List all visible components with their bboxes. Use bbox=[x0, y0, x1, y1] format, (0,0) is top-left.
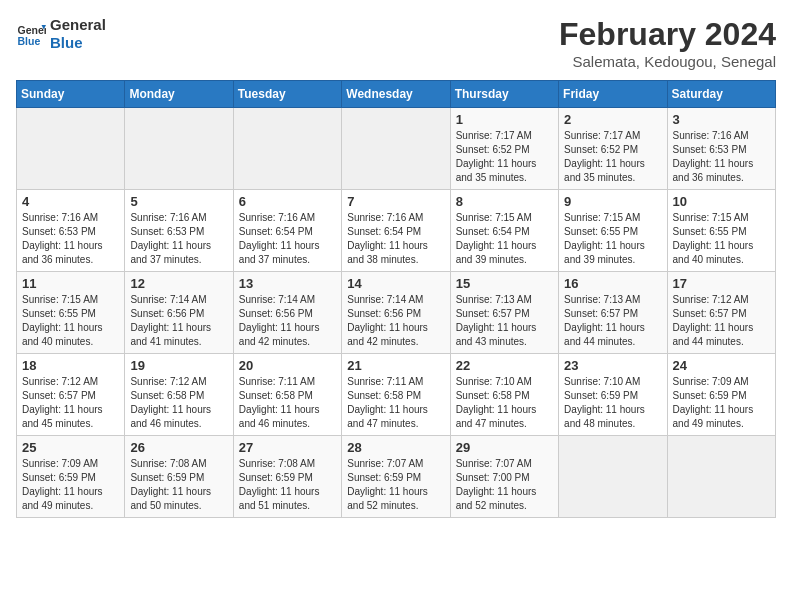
day-number: 3 bbox=[673, 112, 770, 127]
calendar-week-row: 4Sunrise: 7:16 AM Sunset: 6:53 PM Daylig… bbox=[17, 190, 776, 272]
calendar-cell: 12Sunrise: 7:14 AM Sunset: 6:56 PM Dayli… bbox=[125, 272, 233, 354]
day-number: 23 bbox=[564, 358, 661, 373]
calendar-cell: 15Sunrise: 7:13 AM Sunset: 6:57 PM Dayli… bbox=[450, 272, 558, 354]
calendar-cell: 25Sunrise: 7:09 AM Sunset: 6:59 PM Dayli… bbox=[17, 436, 125, 518]
day-number: 16 bbox=[564, 276, 661, 291]
logo: General Blue General Blue bbox=[16, 16, 106, 52]
days-of-week-row: SundayMondayTuesdayWednesdayThursdayFrid… bbox=[17, 81, 776, 108]
day-number: 10 bbox=[673, 194, 770, 209]
day-info: Sunrise: 7:12 AM Sunset: 6:57 PM Dayligh… bbox=[22, 375, 119, 431]
day-number: 5 bbox=[130, 194, 227, 209]
day-info: Sunrise: 7:17 AM Sunset: 6:52 PM Dayligh… bbox=[456, 129, 553, 185]
day-number: 6 bbox=[239, 194, 336, 209]
day-info: Sunrise: 7:13 AM Sunset: 6:57 PM Dayligh… bbox=[564, 293, 661, 349]
day-info: Sunrise: 7:14 AM Sunset: 6:56 PM Dayligh… bbox=[239, 293, 336, 349]
day-number: 12 bbox=[130, 276, 227, 291]
day-number: 21 bbox=[347, 358, 444, 373]
day-info: Sunrise: 7:16 AM Sunset: 6:54 PM Dayligh… bbox=[239, 211, 336, 267]
calendar-cell bbox=[233, 108, 341, 190]
subtitle: Salemata, Kedougou, Senegal bbox=[559, 53, 776, 70]
title-area: February 2024 Salemata, Kedougou, Senega… bbox=[559, 16, 776, 70]
calendar-cell: 3Sunrise: 7:16 AM Sunset: 6:53 PM Daylig… bbox=[667, 108, 775, 190]
calendar-cell: 23Sunrise: 7:10 AM Sunset: 6:59 PM Dayli… bbox=[559, 354, 667, 436]
day-info: Sunrise: 7:10 AM Sunset: 6:59 PM Dayligh… bbox=[564, 375, 661, 431]
calendar-week-row: 25Sunrise: 7:09 AM Sunset: 6:59 PM Dayli… bbox=[17, 436, 776, 518]
day-info: Sunrise: 7:08 AM Sunset: 6:59 PM Dayligh… bbox=[130, 457, 227, 513]
day-of-week-header: Sunday bbox=[17, 81, 125, 108]
calendar-cell: 13Sunrise: 7:14 AM Sunset: 6:56 PM Dayli… bbox=[233, 272, 341, 354]
calendar-cell: 28Sunrise: 7:07 AM Sunset: 6:59 PM Dayli… bbox=[342, 436, 450, 518]
logo-general: General bbox=[50, 16, 106, 34]
calendar-cell: 21Sunrise: 7:11 AM Sunset: 6:58 PM Dayli… bbox=[342, 354, 450, 436]
calendar-cell: 9Sunrise: 7:15 AM Sunset: 6:55 PM Daylig… bbox=[559, 190, 667, 272]
day-info: Sunrise: 7:16 AM Sunset: 6:53 PM Dayligh… bbox=[22, 211, 119, 267]
day-number: 29 bbox=[456, 440, 553, 455]
day-number: 15 bbox=[456, 276, 553, 291]
calendar-cell: 6Sunrise: 7:16 AM Sunset: 6:54 PM Daylig… bbox=[233, 190, 341, 272]
day-number: 13 bbox=[239, 276, 336, 291]
calendar-week-row: 18Sunrise: 7:12 AM Sunset: 6:57 PM Dayli… bbox=[17, 354, 776, 436]
day-info: Sunrise: 7:15 AM Sunset: 6:55 PM Dayligh… bbox=[22, 293, 119, 349]
day-number: 1 bbox=[456, 112, 553, 127]
main-title: February 2024 bbox=[559, 16, 776, 53]
calendar-cell: 11Sunrise: 7:15 AM Sunset: 6:55 PM Dayli… bbox=[17, 272, 125, 354]
calendar-cell: 24Sunrise: 7:09 AM Sunset: 6:59 PM Dayli… bbox=[667, 354, 775, 436]
day-of-week-header: Friday bbox=[559, 81, 667, 108]
logo-icon: General Blue bbox=[16, 19, 46, 49]
day-number: 9 bbox=[564, 194, 661, 209]
calendar-week-row: 11Sunrise: 7:15 AM Sunset: 6:55 PM Dayli… bbox=[17, 272, 776, 354]
calendar-table: SundayMondayTuesdayWednesdayThursdayFrid… bbox=[16, 80, 776, 518]
day-info: Sunrise: 7:09 AM Sunset: 6:59 PM Dayligh… bbox=[22, 457, 119, 513]
day-number: 11 bbox=[22, 276, 119, 291]
day-number: 27 bbox=[239, 440, 336, 455]
day-info: Sunrise: 7:17 AM Sunset: 6:52 PM Dayligh… bbox=[564, 129, 661, 185]
calendar-cell: 4Sunrise: 7:16 AM Sunset: 6:53 PM Daylig… bbox=[17, 190, 125, 272]
day-info: Sunrise: 7:16 AM Sunset: 6:53 PM Dayligh… bbox=[673, 129, 770, 185]
calendar-cell: 20Sunrise: 7:11 AM Sunset: 6:58 PM Dayli… bbox=[233, 354, 341, 436]
header: General Blue General Blue February 2024 … bbox=[16, 16, 776, 70]
day-number: 28 bbox=[347, 440, 444, 455]
calendar-cell: 29Sunrise: 7:07 AM Sunset: 7:00 PM Dayli… bbox=[450, 436, 558, 518]
calendar-cell: 22Sunrise: 7:10 AM Sunset: 6:58 PM Dayli… bbox=[450, 354, 558, 436]
day-of-week-header: Monday bbox=[125, 81, 233, 108]
svg-text:Blue: Blue bbox=[18, 35, 41, 47]
calendar-week-row: 1Sunrise: 7:17 AM Sunset: 6:52 PM Daylig… bbox=[17, 108, 776, 190]
day-info: Sunrise: 7:13 AM Sunset: 6:57 PM Dayligh… bbox=[456, 293, 553, 349]
day-of-week-header: Wednesday bbox=[342, 81, 450, 108]
calendar-cell: 14Sunrise: 7:14 AM Sunset: 6:56 PM Dayli… bbox=[342, 272, 450, 354]
day-info: Sunrise: 7:14 AM Sunset: 6:56 PM Dayligh… bbox=[347, 293, 444, 349]
calendar-cell: 17Sunrise: 7:12 AM Sunset: 6:57 PM Dayli… bbox=[667, 272, 775, 354]
day-number: 2 bbox=[564, 112, 661, 127]
day-number: 7 bbox=[347, 194, 444, 209]
calendar-header: SundayMondayTuesdayWednesdayThursdayFrid… bbox=[17, 81, 776, 108]
day-info: Sunrise: 7:16 AM Sunset: 6:54 PM Dayligh… bbox=[347, 211, 444, 267]
day-number: 20 bbox=[239, 358, 336, 373]
calendar-cell: 7Sunrise: 7:16 AM Sunset: 6:54 PM Daylig… bbox=[342, 190, 450, 272]
day-info: Sunrise: 7:11 AM Sunset: 6:58 PM Dayligh… bbox=[347, 375, 444, 431]
calendar-cell: 19Sunrise: 7:12 AM Sunset: 6:58 PM Dayli… bbox=[125, 354, 233, 436]
day-info: Sunrise: 7:09 AM Sunset: 6:59 PM Dayligh… bbox=[673, 375, 770, 431]
calendar-cell: 16Sunrise: 7:13 AM Sunset: 6:57 PM Dayli… bbox=[559, 272, 667, 354]
day-number: 26 bbox=[130, 440, 227, 455]
day-info: Sunrise: 7:15 AM Sunset: 6:54 PM Dayligh… bbox=[456, 211, 553, 267]
day-info: Sunrise: 7:15 AM Sunset: 6:55 PM Dayligh… bbox=[564, 211, 661, 267]
day-info: Sunrise: 7:08 AM Sunset: 6:59 PM Dayligh… bbox=[239, 457, 336, 513]
calendar-cell bbox=[17, 108, 125, 190]
day-number: 24 bbox=[673, 358, 770, 373]
day-info: Sunrise: 7:16 AM Sunset: 6:53 PM Dayligh… bbox=[130, 211, 227, 267]
calendar-cell: 27Sunrise: 7:08 AM Sunset: 6:59 PM Dayli… bbox=[233, 436, 341, 518]
day-of-week-header: Thursday bbox=[450, 81, 558, 108]
calendar-cell bbox=[342, 108, 450, 190]
day-info: Sunrise: 7:12 AM Sunset: 6:58 PM Dayligh… bbox=[130, 375, 227, 431]
calendar-cell: 8Sunrise: 7:15 AM Sunset: 6:54 PM Daylig… bbox=[450, 190, 558, 272]
day-number: 4 bbox=[22, 194, 119, 209]
day-info: Sunrise: 7:15 AM Sunset: 6:55 PM Dayligh… bbox=[673, 211, 770, 267]
day-info: Sunrise: 7:10 AM Sunset: 6:58 PM Dayligh… bbox=[456, 375, 553, 431]
calendar-cell: 1Sunrise: 7:17 AM Sunset: 6:52 PM Daylig… bbox=[450, 108, 558, 190]
calendar-cell: 2Sunrise: 7:17 AM Sunset: 6:52 PM Daylig… bbox=[559, 108, 667, 190]
day-number: 25 bbox=[22, 440, 119, 455]
day-number: 22 bbox=[456, 358, 553, 373]
calendar-cell: 5Sunrise: 7:16 AM Sunset: 6:53 PM Daylig… bbox=[125, 190, 233, 272]
day-of-week-header: Saturday bbox=[667, 81, 775, 108]
calendar-cell: 10Sunrise: 7:15 AM Sunset: 6:55 PM Dayli… bbox=[667, 190, 775, 272]
